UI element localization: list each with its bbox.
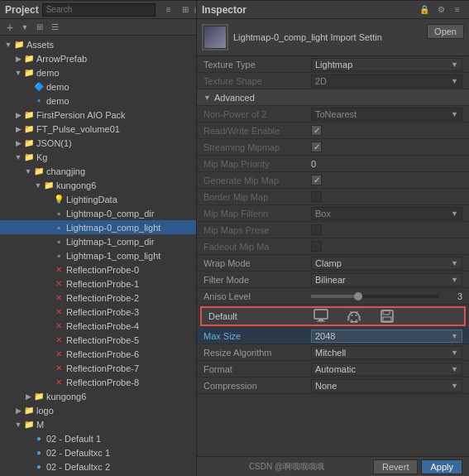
fadeout-mip-checkbox[interactable] — [311, 241, 322, 252]
max-size-value: 2048 — [315, 331, 335, 341]
texture-type-select[interactable]: Lightmap ▼ — [311, 58, 462, 71]
image-icon: ▪ — [53, 222, 65, 233]
tree-item-changjing[interactable]: ▼ 📁 changjing — [0, 164, 196, 178]
advanced-section[interactable]: ▼ Advanced — [197, 89, 469, 106]
apply-button[interactable]: Apply — [421, 459, 462, 474]
tree-item-ftpulse[interactable]: ▶ 📁 FT_Pulse_volume01 — [0, 122, 196, 136]
mip-priority-row: Mip Map Priority 0 — [197, 156, 469, 172]
lock-icon[interactable]: 🔒 — [418, 3, 431, 17]
tree-item-lightmap1-dir[interactable]: ▶ ▪ Lightmap-1_comp_dir — [0, 234, 196, 248]
platform-label: Default — [208, 311, 313, 321]
streaming-mip-label: Streaming Mipmap — [203, 142, 311, 152]
tree-item-label: 02 - Defaultxc 1 — [46, 448, 110, 458]
tree-item-probe-1[interactable]: ▶ ✕ ReflectionProbe-1 — [0, 276, 196, 291]
texture-shape-select[interactable]: 2D ▼ — [311, 75, 462, 88]
streaming-mip-row: Streaming Mipmap ✓ — [197, 139, 469, 156]
tree-item-arrowprefab[interactable]: ▶ 📁 ArrowPrefab — [0, 51, 196, 65]
save-icon[interactable] — [379, 308, 395, 325]
tree-item-label: ReflectionProbe-0 — [66, 265, 139, 275]
tree-item-probe-6[interactable]: ▶ ✕ ReflectionProbe-6 — [0, 347, 196, 361]
tree-item-defaultxc1[interactable]: ▶ ● 02 - Defaultxc 1 — [0, 445, 196, 459]
aniso-slider[interactable] — [311, 295, 439, 298]
svg-rect-15 — [383, 317, 391, 321]
compression-select[interactable]: None ▼ — [311, 379, 462, 392]
dropdown-icon[interactable]: ▼ — [18, 21, 31, 34]
format-select[interactable]: Automatic ▼ — [311, 363, 462, 376]
generate-mip-label: Generate Mip Map — [203, 175, 311, 185]
tree-item-lightmap1-light[interactable]: ▶ ▪ Lightmap-1_comp_light — [0, 248, 196, 262]
tree-item-probe-2[interactable]: ▶ ✕ ReflectionProbe-2 — [0, 291, 196, 305]
probe-icon: ✕ — [53, 278, 65, 290]
resize-select[interactable]: Mitchell ▼ — [311, 346, 462, 359]
format-label: Format — [203, 364, 311, 374]
menu-icon[interactable]: ≡ — [451, 3, 464, 17]
tree-item-kungong6[interactable]: ▶ 📁 kungong6 — [0, 389, 196, 403]
list-view-icon[interactable]: ☰ — [48, 21, 61, 34]
panel-menu-icon[interactable]: ≡ — [162, 3, 175, 17]
tree-item-json[interactable]: ▶ 📁 JSON(1) — [0, 136, 196, 150]
streaming-mip-checkbox[interactable]: ✓ — [311, 142, 322, 152]
monitor-icon[interactable] — [313, 308, 329, 325]
svg-rect-9 — [347, 316, 349, 320]
tree-item-label: demo — [46, 96, 69, 106]
tree-item-logo[interactable]: ▶ 📁 logo — [0, 403, 196, 417]
wrap-mode-select[interactable]: Clamp ▼ — [311, 257, 462, 270]
generate-mip-row: Generate Mip Map ✓ — [197, 172, 469, 189]
add-icon[interactable]: + — [3, 21, 17, 34]
revert-button[interactable]: Revert — [373, 459, 418, 474]
tree-item-probe-4[interactable]: ▶ ✕ ReflectionProbe-4 — [0, 319, 196, 333]
non-power-select[interactable]: ToNearest ▼ — [311, 108, 462, 121]
filter-mode-select[interactable]: Bilinear ▼ — [311, 273, 462, 286]
tree-item-lightmap0-light[interactable]: ▶ ▪ Lightmap-0_comp_light — [0, 220, 196, 234]
tree-item-m-folder[interactable]: ▼ 📁 M — [0, 417, 196, 431]
read-write-checkbox[interactable]: ✓ — [311, 125, 322, 136]
asset-thumbnail — [202, 24, 228, 50]
project-tree: ▼ 📁 Assets ▶ 📁 ArrowPrefab ▼ 📁 demo ▶ 🔷 … — [0, 36, 196, 476]
arrow-icon: ▶ — [13, 55, 23, 63]
tree-item-demo-prefab[interactable]: ▶ 🔹 demo — [0, 94, 196, 108]
folder-icon: 📁 — [23, 151, 35, 163]
open-button[interactable]: Open — [427, 24, 464, 39]
tree-item-label: ReflectionProbe-2 — [66, 293, 139, 303]
mip-filtering-select[interactable]: Box ▼ — [311, 207, 462, 220]
probe-icon: ✕ — [53, 377, 65, 388]
grid-view-icon[interactable]: ⊞ — [33, 21, 46, 34]
panel-grid-icon[interactable]: ⊞ — [179, 3, 192, 17]
settings-icon[interactable]: ⚙ — [434, 3, 447, 17]
border-mip-checkbox[interactable] — [311, 191, 322, 202]
tree-item-demo-scene[interactable]: ▶ 🔷 demo — [0, 79, 196, 94]
texture-shape-row: Texture Shape 2D ▼ — [197, 73, 469, 89]
tree-item-defaultxc2[interactable]: ▶ ● 02 - Defaultxc 2 — [0, 459, 196, 474]
mip-filtering-row: Mip Map Filterin Box ▼ — [197, 205, 469, 222]
tree-item-lightingdata[interactable]: ▶ 💡 LightingData — [0, 192, 196, 206]
tree-item-lightmap0-dir[interactable]: ▶ ▪ Lightmap-0_comp_dir — [0, 206, 196, 220]
tree-item-assets[interactable]: ▼ 📁 Assets — [0, 37, 196, 51]
mip-preserve-row: Mip Maps Prese — [197, 222, 469, 238]
tree-item-label: Lightmap-1_comp_light — [66, 251, 160, 261]
tree-item-label: Assets — [26, 40, 54, 50]
slider-thumb[interactable] — [354, 292, 362, 301]
tree-item-kg[interactable]: ▼ 📁 Kg — [0, 150, 196, 164]
tree-item-label: Lightmap-1_comp_dir — [66, 237, 154, 247]
probe-icon: ✕ — [53, 306, 65, 318]
scene-icon: 🔷 — [33, 81, 45, 93]
tree-item-firstpersion[interactable]: ▶ 📁 FirstPersion AIO Pack — [0, 108, 196, 122]
tree-item-kungong6-deep[interactable]: ▼ 📁 kungong6 — [0, 178, 196, 192]
mip-preserve-checkbox[interactable] — [311, 224, 322, 235]
tree-item-probe-8[interactable]: ▶ ✕ ReflectionProbe-8 — [0, 375, 196, 389]
fadeout-mip-row: Fadeout Mip Ma — [197, 238, 469, 255]
tree-item-probe-0[interactable]: ▶ ✕ ReflectionProbe-0 — [0, 262, 196, 276]
android-icon[interactable] — [346, 308, 362, 325]
tree-item-probe-5[interactable]: ▶ ✕ ReflectionProbe-5 — [0, 333, 196, 347]
tree-item-probe-3[interactable]: ▶ ✕ ReflectionProbe-3 — [0, 305, 196, 319]
search-input[interactable] — [42, 3, 156, 17]
arrow-icon: ▶ — [13, 111, 23, 119]
tree-item-demo-folder[interactable]: ▼ 📁 demo — [0, 65, 196, 79]
tree-item-probe-7[interactable]: ▶ ✕ ReflectionProbe-7 — [0, 361, 196, 375]
texture-shape-value: 2D — [315, 76, 327, 86]
tree-item-label: ReflectionProbe-6 — [66, 349, 139, 359]
tree-item-default1[interactable]: ▶ ● 02 - Default 1 — [0, 431, 196, 445]
max-size-select[interactable]: 2048 ▼ — [311, 329, 462, 343]
tree-item-label: demo — [46, 82, 69, 92]
generate-mip-checkbox[interactable]: ✓ — [311, 175, 322, 185]
